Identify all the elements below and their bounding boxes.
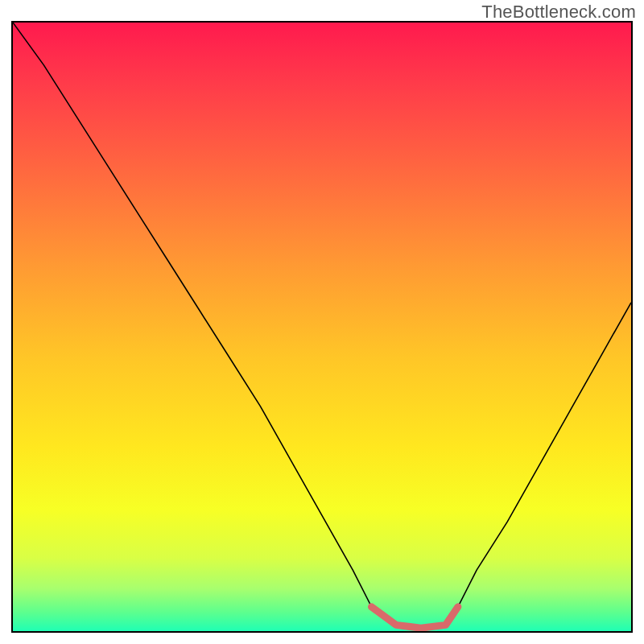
- chart-svg: [13, 23, 631, 631]
- watermark-label: TheBottleneck.com: [481, 2, 636, 23]
- optimal-range-path: [371, 607, 457, 628]
- plot-area: [11, 21, 633, 633]
- bottleneck-curve-path: [13, 23, 631, 628]
- chart-frame: TheBottleneck.com: [0, 0, 644, 644]
